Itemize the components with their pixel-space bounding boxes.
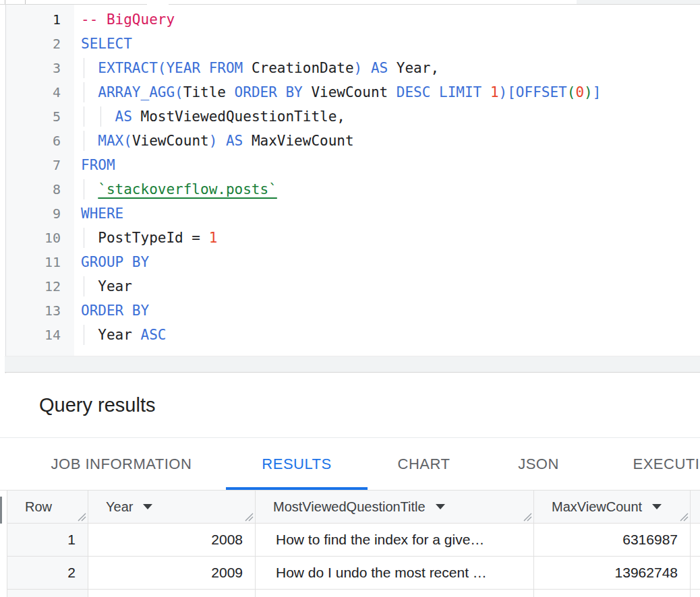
tab-results[interactable]: RESULTS [226,439,368,490]
code-token: ASC [141,327,167,343]
code-line-content[interactable]: -- BigQuery [74,7,700,32]
code-line-content[interactable]: ORDER BY [74,298,700,323]
table-cell: How to find the index for a give… [256,524,534,556]
code-token: Year [98,327,140,343]
code-line-content[interactable]: ARRAY_AGG(Title ORDER BY ViewCount DESC … [74,80,700,104]
table-row: 22009How do I undo the most recent …1396… [7,557,700,590]
line-number: 8 [5,177,74,201]
line-number: 14 [5,323,74,347]
code-token: MaxViewCount [252,133,354,149]
table-cell: 13962748 [534,557,691,589]
code-line-11[interactable]: 11GROUP BY [5,250,700,274]
indent-guide [84,228,84,248]
column-resize-grip[interactable] [679,512,689,522]
line-number: 1 [5,7,74,32]
code-line-content[interactable]: `stackoverflow.posts` [74,177,700,201]
tab-execution-details[interactable]: EXECUTION DETAILS [597,439,700,490]
column-header-row[interactable]: Row [7,491,88,523]
code-line-6[interactable]: 6 MAX(ViewCount) AS MaxViewCount [5,129,700,153]
column-resize-grip[interactable] [523,512,532,522]
toolbar-gray-segment [577,0,700,4]
column-resize-grip[interactable] [77,512,86,522]
indent-guide [84,131,84,151]
line-number: 3 [5,56,74,80]
line-number: 10 [5,226,74,250]
code-line-content[interactable]: PostTypeId = 1 [74,226,700,250]
code-line-7[interactable]: 7FROM [5,153,700,177]
results-table: RowYearMostViewedQuestionTitleMaxViewCou… [7,491,700,597]
code-line-content[interactable]: Year ASC [74,323,700,347]
table-cell: 2008 [88,524,256,556]
code-line-14[interactable]: 14 Year ASC [5,323,700,347]
line-number: 9 [5,201,74,226]
table-cell [691,590,700,597]
column-header-mostviewedquestiontitle[interactable]: MostViewedQuestionTitle [256,491,534,523]
code-token: ViewCount [132,133,209,149]
code-token: 1 [490,84,499,100]
column-header-label: MaxViewCount [552,499,642,515]
indent-guide [84,82,84,102]
column-menu-arrow-icon[interactable] [652,504,662,509]
column-resize-grip[interactable] [244,512,254,522]
code-token: MAX( [98,133,132,149]
indent-guide [100,106,101,127]
code-token: ] [593,84,602,100]
tab-job-information[interactable]: JOB INFORMATION [17,439,226,490]
code-token: )[ [499,84,516,100]
table-row: 3 [7,590,700,597]
code-line-1[interactable]: 1-- BigQuery [5,7,700,32]
code-line-content[interactable]: MAX(ViewCount) AS MaxViewCount [74,129,700,153]
code-line-content[interactable]: GROUP BY [74,250,700,274]
code-line-content[interactable]: EXTRACT(YEAR FROM CreationDate) AS Year, [74,56,700,80]
column-header-extra[interactable] [691,491,700,523]
code-line-8[interactable]: 8 `stackoverflow.posts` [5,177,700,201]
code-line-10[interactable]: 10 PostTypeId = 1 [5,226,700,250]
column-header-year[interactable]: Year [88,491,256,523]
column-menu-arrow-icon[interactable] [436,504,445,509]
row-number-cell: 2 [7,557,88,589]
code-token: -- BigQuery [81,11,175,28]
table-cell [256,590,534,597]
code-token: YEAR FROM [166,60,251,76]
code-line-12[interactable]: 12 Year [5,274,700,298]
code-token: 0 [575,84,584,100]
code-line-4[interactable]: 4 ARRAY_AGG(Title ORDER BY ViewCount DES… [5,80,700,104]
code-line-content[interactable]: SELECT [74,32,700,56]
column-header-label: Row [25,499,52,515]
tab-chart[interactable]: CHART [368,439,480,490]
code-token: EXTRACT( [98,60,166,76]
code-token: ) AS [209,133,252,149]
code-token: CreationDate [252,60,354,76]
code-token: WHERE [81,206,123,222]
table-cell [691,524,700,556]
line-number: 7 [5,153,74,177]
column-menu-arrow-icon[interactable] [143,504,152,509]
panel-splitter[interactable] [5,356,700,373]
code-line-content[interactable]: Year [74,274,700,298]
sql-editor[interactable]: 1-- BigQuery2SELECT3 EXTRACT(YEAR FROM C… [0,5,700,356]
query-results-header: Query results [0,374,700,438]
results-scrollbar-thumb[interactable] [0,497,2,524]
code-line-content[interactable]: WHERE [74,201,700,226]
table-cell: 6316987 [534,524,691,556]
code-token: ViewCount [311,84,396,100]
code-lines[interactable]: 1-- BigQuery2SELECT3 EXTRACT(YEAR FROM C… [5,7,700,347]
tab-json[interactable]: JSON [480,439,597,490]
code-line-5[interactable]: 5 AS MostViewedQuestionTitle, [5,104,700,129]
table-reference-link[interactable]: `stackoverflow.posts` [98,181,277,197]
code-line-2[interactable]: 2SELECT [5,32,700,56]
code-line-3[interactable]: 3 EXTRACT(YEAR FROM CreationDate) AS Yea… [5,56,700,80]
row-number-cell: 3 [7,590,88,597]
code-token: Year, [397,60,439,76]
code-token: Title [183,84,235,100]
code-line-9[interactable]: 9WHERE [5,201,700,226]
code-line-content[interactable]: AS MostViewedQuestionTitle, [74,104,700,129]
column-header-maxviewcount[interactable]: MaxViewCount [534,491,691,523]
code-token: ( [567,84,576,100]
code-line-13[interactable]: 13ORDER BY [5,298,700,323]
toolbar-divider-tick [25,0,26,4]
table-cell: How do I undo the most recent … [256,557,534,589]
code-line-content[interactable]: FROM [74,153,700,177]
code-token: 1 [209,230,218,246]
line-number: 13 [5,298,74,323]
